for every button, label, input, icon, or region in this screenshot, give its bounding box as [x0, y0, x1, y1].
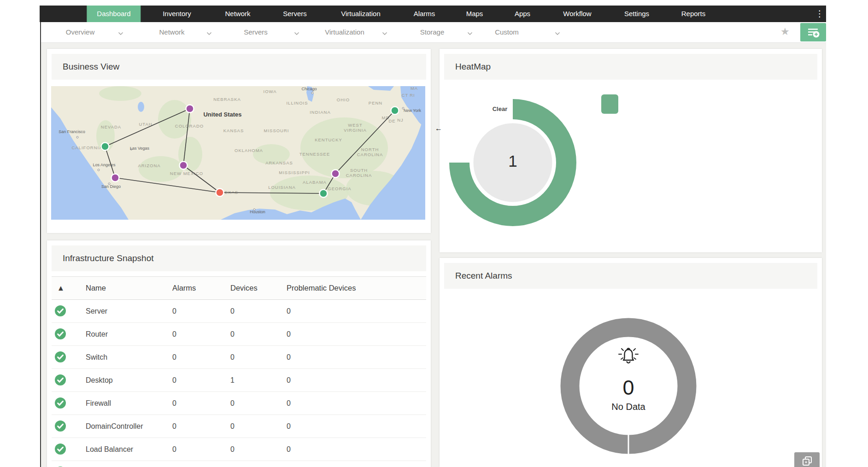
nav-tab-virtualization[interactable]: Virtualization: [331, 6, 391, 22]
map-state-label: KANSAS: [223, 128, 244, 133]
chevron-down-icon[interactable]: [555, 29, 560, 37]
table-row[interactable]: Firewall000: [52, 392, 426, 415]
nav-tab-settings[interactable]: Settings: [614, 6, 659, 22]
heatmap-header: HeatMap: [444, 54, 817, 80]
map-state-label: VIRGINIA: [344, 128, 367, 133]
heatmap-legend-label[interactable]: Clear: [493, 105, 508, 112]
nav-tab-dashboard[interactable]: Dashboard: [87, 6, 141, 22]
business-view-header: Business View: [52, 54, 426, 80]
device-node-purple[interactable]: [180, 162, 188, 169]
heatmap-center-value: 1: [490, 152, 536, 170]
map-city-label: Los Angeles: [93, 163, 116, 167]
nav-tab-reports[interactable]: Reports: [671, 6, 716, 22]
map-state-label: KENTUCKY: [315, 137, 342, 142]
subnav-item-overview[interactable]: Overview: [66, 22, 95, 42]
device-node-red[interactable]: [216, 189, 224, 197]
map-state-label: WEST: [348, 123, 362, 128]
table-row[interactable]: WAN Accelerator000: [52, 461, 426, 467]
column-header-name[interactable]: Name: [86, 277, 106, 299]
table-row[interactable]: Desktop010: [52, 369, 426, 392]
nav-tab-alarms[interactable]: Alarms: [404, 6, 446, 22]
nav-tab-network[interactable]: Network: [215, 6, 260, 22]
chevron-down-icon[interactable]: [382, 29, 387, 37]
map-city-label: Las Vegas: [130, 146, 150, 151]
map-state-label: MISSISSIPPI: [279, 170, 310, 175]
recent-alarms-header: Recent Alarms: [444, 263, 817, 289]
map-city-label: New York: [404, 108, 422, 113]
map-state-label: TENNESSEE: [299, 152, 330, 157]
chevron-down-icon[interactable]: [467, 29, 473, 37]
table-row[interactable]: Switch000: [52, 346, 426, 369]
column-header-prob[interactable]: Problematic Devices: [287, 277, 356, 299]
device-node-green[interactable]: [101, 143, 109, 151]
column-header-dev[interactable]: Devices: [230, 277, 258, 299]
favorite-star-icon[interactable]: ★: [780, 26, 790, 38]
map-state-label: NORTH: [361, 147, 379, 152]
heatmap-legend-swatch[interactable]: [601, 94, 618, 114]
subnav-item-custom[interactable]: Custom: [495, 22, 519, 42]
cell-problematic: 0: [287, 323, 291, 345]
scroll-left-arrow-icon: ←: [435, 124, 442, 133]
subnav-item-network[interactable]: Network: [159, 22, 184, 42]
map-city-dot: [98, 169, 100, 171]
status-ok-icon: [54, 305, 66, 319]
nav-tab-apps[interactable]: Apps: [504, 6, 540, 22]
map-state-label: NEW MEXICO: [170, 171, 203, 176]
device-node-purple[interactable]: [186, 105, 194, 113]
cell-problematic: 0: [287, 392, 291, 414]
cell-alarms: 0: [172, 438, 176, 461]
table-row[interactable]: Server000: [52, 300, 426, 323]
subnav-item-virtualization[interactable]: Virtualization: [325, 22, 364, 42]
chevron-down-icon[interactable]: [206, 29, 212, 37]
device-node-purple[interactable]: [111, 174, 119, 182]
sort-ascending-icon[interactable]: ▲: [56, 277, 65, 299]
cell-name: Desktop: [86, 369, 113, 391]
business-view-map[interactable]: NEVADAUTAHCALIFORNIACOLORADOARIZONANEW M…: [51, 86, 425, 220]
cell-devices: 0: [230, 461, 235, 467]
map-state-label: CAROLINA: [357, 152, 383, 157]
cell-devices: 0: [230, 415, 235, 438]
nav-tab-inventory[interactable]: Inventory: [152, 6, 201, 22]
nav-tab-maps[interactable]: Maps: [456, 6, 493, 22]
map-state-label: ILLINOIS: [286, 100, 308, 105]
subnav-item-servers[interactable]: Servers: [244, 22, 268, 42]
chevron-down-icon[interactable]: [294, 29, 299, 37]
device-node-green[interactable]: [320, 190, 328, 198]
table-row[interactable]: DomainController000: [52, 415, 426, 438]
map-state-label: OHIO: [337, 97, 350, 102]
alarm-bell-icon: [617, 345, 639, 367]
cell-name: Server: [86, 300, 107, 322]
subnav-item-storage[interactable]: Storage: [420, 22, 445, 42]
cell-devices: 0: [230, 438, 235, 461]
table-row[interactable]: Load Balancer000: [52, 438, 426, 461]
map-state-label: LOUISIANA: [268, 185, 296, 190]
table-row[interactable]: Router000: [52, 323, 426, 346]
stacked-pages-icon: [801, 455, 813, 467]
cell-devices: 0: [230, 392, 235, 414]
cell-name: Router: [86, 323, 108, 345]
chevron-down-icon[interactable]: [118, 29, 123, 37]
device-node-purple[interactable]: [332, 170, 340, 178]
cell-name: Switch: [86, 346, 107, 368]
cell-problematic: 0: [287, 415, 291, 438]
cell-alarms: 0: [172, 300, 176, 322]
map-country-label: United States: [203, 111, 241, 118]
status-ok-icon: [54, 328, 66, 342]
nav-tab-workflow[interactable]: Workflow: [553, 6, 601, 22]
cell-devices: 0: [230, 300, 235, 322]
kebab-menu-icon[interactable]: ⋮: [815, 6, 824, 21]
nav-tab-servers[interactable]: Servers: [273, 6, 317, 22]
duplicate-view-button[interactable]: [794, 452, 820, 467]
map-lake: [138, 102, 144, 112]
table-header-row: ▲NameAlarmsDevicesProblematic Devices: [52, 276, 426, 300]
map-city-dot: [76, 136, 78, 138]
device-node-green[interactable]: [391, 107, 399, 115]
map-state-label: INDIANA: [310, 110, 331, 115]
map-state-label: RI: [410, 93, 415, 98]
cell-devices: 0: [230, 323, 235, 345]
map-state-label: COLORADO: [175, 123, 204, 128]
cell-problematic: 0: [287, 346, 291, 368]
column-header-alarms[interactable]: Alarms: [172, 277, 196, 299]
map-state-label: ALABAMA: [303, 180, 327, 185]
add-dashboard-button[interactable]: [800, 23, 826, 41]
